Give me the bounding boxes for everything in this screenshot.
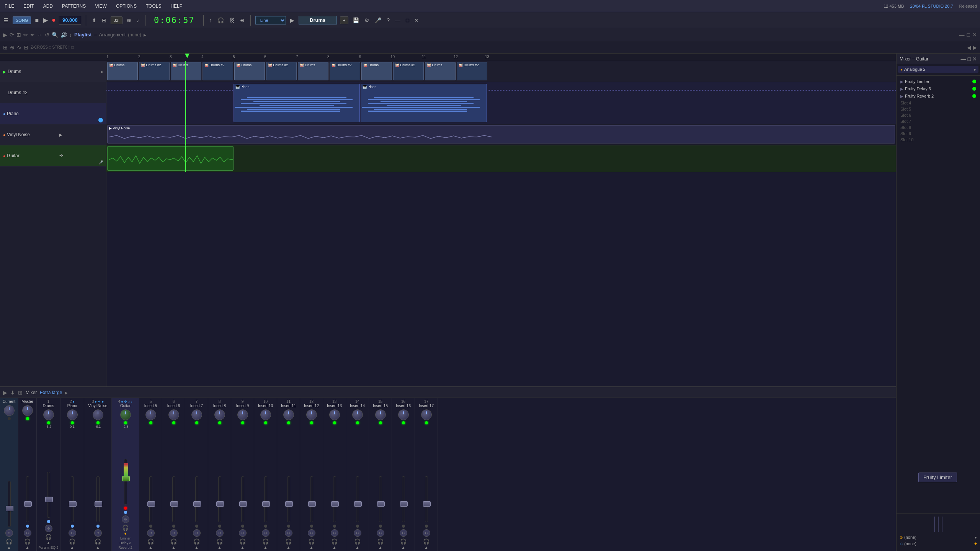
up-btn-ch5[interactable]: ▲	[149, 545, 153, 549]
up-btn-ch9[interactable]: ▲	[241, 545, 245, 549]
headphone-ch15[interactable]: 🎧	[377, 538, 384, 544]
up-btn-ch17[interactable]: ▲	[425, 545, 428, 549]
plugin-fruity-reverb[interactable]: ▶ Fruity Reverb 2	[898, 93, 978, 99]
clip-drums-1[interactable]: 🥁 Drums	[107, 62, 138, 80]
up-btn-ch11[interactable]: ▲	[287, 545, 291, 549]
slot-6[interactable]: Slot 6	[898, 112, 978, 118]
plugin-fruity-delay[interactable]: ▶ Fruity Delay 3	[898, 85, 978, 92]
up-btn-ch10[interactable]: ▲	[264, 545, 268, 549]
routing-btn-ch12[interactable]: ⊙	[308, 529, 315, 537]
mixer-ch-17[interactable]: 17 Insert 17 ⊙ 🎧 ▲	[415, 398, 438, 551]
playlist-icon[interactable]: ▶	[3, 32, 7, 38]
clip-guitar-1[interactable]	[107, 146, 234, 171]
tempo-display[interactable]: 90.000	[59, 16, 81, 24]
clip-drums-4[interactable]: 🥁 Drums	[298, 62, 328, 80]
clip-drums2-4[interactable]: 🥁 Drums #2	[330, 62, 360, 80]
mixer-ch-5[interactable]: 5 Insert 5 ⊙ 🎧 ▲	[139, 398, 162, 551]
draw-mode-select[interactable]: Line	[255, 16, 286, 24]
routing-btn-master[interactable]: ⊙	[24, 529, 31, 537]
track-label-drums2[interactable]: Drums #2	[0, 82, 106, 103]
clip-drums-3[interactable]: 🥁 Drums	[234, 62, 265, 80]
clip-vinyl-1[interactable]: ▶ Vinyl Noise	[107, 125, 895, 143]
headphone-ch7[interactable]: 🎧	[193, 538, 200, 544]
up-btn-ch1[interactable]: ▲	[47, 541, 51, 545]
routing-btn-ch13[interactable]: ⊙	[331, 529, 338, 537]
routing-btn-ch1[interactable]: ⊙	[45, 525, 52, 532]
pattern-btn[interactable]: 32!	[111, 16, 122, 24]
mixer-ch-16[interactable]: 16 Insert 16 ⊙ 🎧 ▲	[392, 398, 415, 551]
fader-handle-ch1[interactable]	[45, 497, 53, 502]
mixer-ch-11[interactable]: 11 Insert 11 ⊙ 🎧 ▲	[277, 398, 300, 551]
menu-add[interactable]: ADD	[42, 3, 54, 10]
up-btn-ch2[interactable]: ▲	[70, 545, 74, 549]
clip-drums2-5[interactable]: 🥁 Drums #2	[393, 62, 424, 80]
routing-btn-ch11[interactable]: ⊙	[285, 529, 292, 537]
mixer-nav3[interactable]: ⊞	[18, 390, 23, 396]
menu-edit[interactable]: EDIT	[22, 3, 35, 10]
headphone-ch16[interactable]: 🎧	[400, 538, 407, 544]
headphone-ch17[interactable]: 🎧	[423, 538, 430, 544]
clip-drums2-6[interactable]: 🥁 Drums #2	[457, 62, 487, 80]
clip-drums-5[interactable]: 🥁 Drums	[361, 62, 392, 80]
snap-icon[interactable]: ⊞	[16, 32, 21, 38]
ch9-knob[interactable]	[237, 409, 248, 420]
drum-icon[interactable]: ⊕	[240, 17, 245, 23]
help-icon[interactable]: ?	[387, 17, 390, 23]
menu-help[interactable]: HELP	[169, 3, 184, 10]
track-label-vinyl[interactable]: ● Vinyl Noise ▶	[0, 124, 106, 145]
up-btn-ch15[interactable]: ▲	[379, 545, 382, 549]
settings-icon[interactable]: ⚙	[364, 17, 369, 23]
slot-8[interactable]: Slot 8	[898, 124, 978, 130]
clip-drums-6[interactable]: 🥁 Drums	[425, 62, 456, 80]
ch-knob-current[interactable]	[4, 405, 15, 416]
up-btn-ch3[interactable]: ▲	[96, 545, 100, 549]
ch1-knob[interactable]	[43, 409, 54, 420]
routing-btn-ch4[interactable]: ⊙	[122, 515, 129, 523]
ch13-knob[interactable]	[329, 409, 340, 420]
ch14-knob[interactable]	[352, 409, 363, 420]
slot-7[interactable]: Slot 7	[898, 118, 978, 124]
fader-handle-ch12[interactable]	[308, 501, 316, 507]
routing-btn-ch7[interactable]: ⊙	[193, 529, 201, 537]
add-channel-btn[interactable]: +	[340, 16, 348, 24]
ch16-knob[interactable]	[398, 409, 409, 420]
menu-patterns[interactable]: PATTERNS	[60, 3, 87, 10]
mixer-ch-1[interactable]: 1 Drums -3.2 ⊙ 🎧	[37, 398, 60, 551]
fader-handle-ch17[interactable]	[423, 501, 431, 507]
fader-handle-master[interactable]	[24, 501, 32, 507]
headphone-ch9[interactable]: 🎧	[239, 538, 246, 544]
headphone-ch2[interactable]: 🎧	[69, 538, 75, 544]
routing-btn-ch15[interactable]: ⊙	[377, 529, 384, 537]
ch5-knob[interactable]	[145, 409, 156, 420]
ch-knob-master[interactable]	[22, 405, 33, 416]
link-icon[interactable]: ⛓	[229, 17, 235, 23]
headphone-ch1[interactable]: 🎧	[45, 534, 52, 540]
fader-handle-current[interactable]	[6, 506, 13, 511]
fader-handle-ch2[interactable]	[69, 501, 77, 507]
headphone-ch13[interactable]: 🎧	[331, 538, 338, 544]
playlist-loop-icon[interactable]: ⟳	[10, 32, 14, 38]
ch17-knob[interactable]	[421, 409, 432, 420]
record-btn[interactable]: ●	[52, 16, 56, 24]
slot-4[interactable]: Slot 4	[898, 100, 978, 106]
mixer-ch-3[interactable]: 3 ● ✛ ● Vinyl Noise -6.1	[84, 398, 112, 551]
mixer-ch-7[interactable]: 7 Insert 7 ⊙ 🎧 ▲	[185, 398, 208, 551]
ch7-knob[interactable]	[191, 409, 202, 420]
headphone-ch11[interactable]: 🎧	[285, 538, 292, 544]
routing-btn-ch16[interactable]: ⊙	[400, 529, 407, 537]
fader-handle-ch3[interactable]	[95, 501, 102, 507]
clip-drums2-1[interactable]: 🥁 Drums #2	[139, 62, 170, 80]
rp-maximize[interactable]: □	[968, 56, 971, 62]
up-btn-ch8[interactable]: ▲	[218, 545, 222, 549]
headphone-ch4[interactable]: 🎧	[122, 525, 129, 531]
headphone-icon[interactable]: 🎧	[217, 17, 224, 23]
mixer-ch-6[interactable]: 6 Insert 6 ⊙ 🎧 ▲	[162, 398, 185, 551]
up-btn-current[interactable]: ▲	[7, 545, 11, 549]
mixer-size-label[interactable]: Extra large	[40, 390, 62, 395]
up-btn-ch6[interactable]: ▲	[172, 545, 176, 549]
mixer-ch-9[interactable]: 9 Insert 9 ⊙ 🎧 ▲	[231, 398, 254, 551]
piano-grid-icon[interactable]: ⊟	[24, 44, 28, 51]
clip-piano-2[interactable]: 🎹 Piano	[361, 84, 487, 122]
plugin-arrow-btn[interactable]: ▸	[974, 67, 976, 72]
ch10-knob[interactable]	[260, 409, 271, 420]
